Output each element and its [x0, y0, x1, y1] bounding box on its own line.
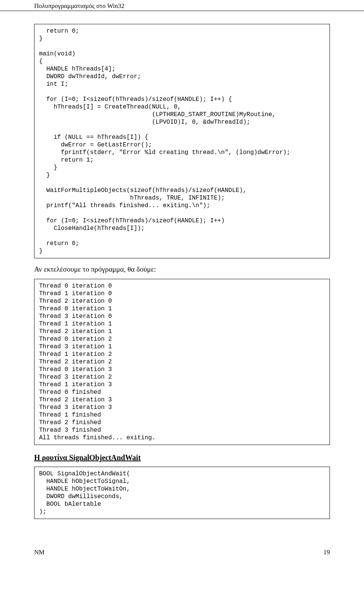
paragraph-intro: Αν εκτελέσουμε το πρόγραμμα, θα δούμε:: [34, 265, 330, 274]
footer-left: NM: [34, 549, 44, 556]
code-block-3: BOOL SignalObjectAndWait( HANDLE hObject…: [34, 467, 330, 519]
page-footer: NM 19: [0, 526, 364, 556]
code-block-2: Thread 0 iteration 0 Thread 1 iteration …: [34, 279, 330, 445]
section-heading-signalobjectandwait: Η ρουτίνα SignalObjectAndWait: [34, 453, 330, 462]
page-content: return 0; } main(void) { HANDLE hThreads…: [0, 24, 364, 519]
header-title: Πολυπρογραμματισμός στο Win32: [34, 2, 124, 9]
page: Πολυπρογραμματισμός στο Win32 return 0; …: [0, 0, 364, 571]
footer-page-number: 19: [323, 549, 330, 556]
code-block-1: return 0; } main(void) { HANDLE hThreads…: [34, 24, 330, 258]
page-header: Πολυπρογραμματισμός στο Win32: [0, 0, 364, 11]
